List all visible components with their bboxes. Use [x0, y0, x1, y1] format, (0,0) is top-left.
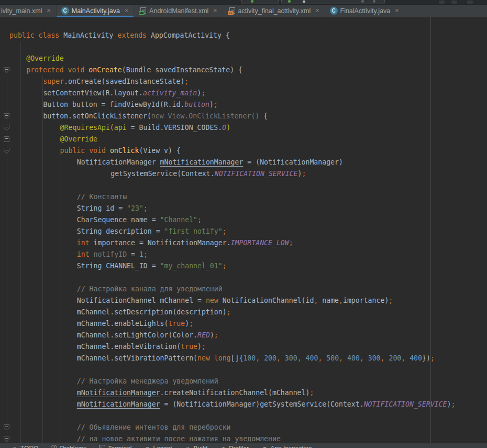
- code-token: MainActivity: [63, 31, 117, 39]
- code-line[interactable]: public class MainActivity extends AppCom…: [0, 30, 487, 41]
- code-line[interactable]: public void onClick(View v) {: [0, 145, 487, 157]
- code-fold-icon[interactable]: [4, 113, 9, 119]
- code-area[interactable]: public class MainActivity extends AppCom…: [0, 18, 487, 443]
- code-token: ): [197, 89, 201, 97]
- editor-tab-activity_final_acttivity.xml[interactable]: <>activity_final_acttivity.xml✕: [223, 4, 325, 17]
- code-line[interactable]: NotificationManager mNotificationManager…: [0, 157, 487, 168]
- code-line[interactable]: Button button = findViewById(R.id.button…: [0, 99, 487, 111]
- code-token: ,: [381, 354, 385, 362]
- code-line[interactable]: protected void onCreate(Bundle savedInst…: [0, 64, 487, 76]
- code-token: .onCreate(savedInstanceState): [64, 78, 184, 85]
- code-token: ;: [197, 216, 202, 224]
- code-line[interactable]: NotificationChannel mChannel = new Notif…: [0, 295, 487, 307]
- tool-window-label: Logcat: [153, 445, 172, 448]
- code-line[interactable]: mNotificationManager = (NotificationMana…: [0, 399, 487, 410]
- code-line[interactable]: String id = "23";: [0, 203, 487, 214]
- close-tab-icon[interactable]: ✕: [394, 8, 399, 14]
- device-selector-widget[interactable]: [281, 0, 385, 4]
- code-line[interactable]: mChannel.setLightColor(Color.RED);: [0, 330, 487, 341]
- tool-window-button-TODO[interactable]: ≡TODO: [12, 445, 38, 448]
- code-fold-icon[interactable]: [4, 125, 9, 130]
- code-line[interactable]: [0, 41, 487, 53]
- code-line[interactable]: String description = "first notify";: [0, 226, 487, 237]
- code-line[interactable]: [0, 18, 487, 30]
- code-line[interactable]: mChannel.enableLights(true);: [0, 318, 487, 330]
- run-icon[interactable]: [288, 0, 291, 3]
- ide-window: ivity_main.xml✕CMainActivity.java✕MFAndr…: [0, 0, 487, 448]
- code-token: @Override: [26, 54, 63, 62]
- tool-window-button-Build[interactable]: ⚒Build: [185, 445, 208, 448]
- code-token: api: [114, 124, 131, 132]
- code-token: RED: [197, 331, 210, 339]
- tool-window-label: Problems: [60, 445, 86, 448]
- toolbar-icon[interactable]: [439, 1, 445, 4]
- code-line[interactable]: mNotificationManager.createNotificationC…: [0, 387, 487, 399]
- code-token: 1: [139, 250, 143, 258]
- code-line[interactable]: [0, 410, 487, 422]
- code-token: 400: [405, 354, 422, 362]
- editor-tab-AndroidManifest.xml[interactable]: MFAndroidManifest.xml✕: [134, 4, 223, 17]
- toolbar-icon[interactable]: [467, 1, 473, 4]
- code-editor[interactable]: public class MainActivity extends AppCom…: [0, 17, 487, 443]
- code-line[interactable]: mChannel.setDescription(description);: [0, 307, 487, 318]
- java-class-icon: C: [61, 7, 69, 15]
- close-tab-icon[interactable]: ✕: [213, 8, 217, 14]
- code-line[interactable]: // Обьявление интентов для переброски: [0, 422, 487, 433]
- code-line[interactable]: getSystemService(Context.NOTIFICATION_SE…: [0, 168, 487, 180]
- code-line[interactable]: CharSequence name = "Channel";: [0, 214, 487, 226]
- toolbar-glyph: [373, 0, 375, 3]
- tab-label: AndroidManifest.xml: [149, 7, 208, 15]
- code-token: extends: [117, 31, 151, 39]
- code-token: NotificationChannel(id: [223, 297, 314, 304]
- editor-tab-MainActivity.java[interactable]: CMainActivity.java✕: [57, 4, 134, 17]
- code-line[interactable]: @RequiresApi(api = Build.VERSION_CODES.O…: [0, 122, 487, 134]
- toolbar-icon[interactable]: [451, 1, 457, 4]
- code-line[interactable]: String CHANNEL_ID = "my_channel_01";: [0, 260, 487, 272]
- code-line[interactable]: // Настройка канала для уведомлений: [0, 283, 487, 295]
- code-token: ,: [276, 354, 281, 362]
- code-token: ;: [302, 170, 306, 178]
- code-token: activity_main: [143, 89, 197, 97]
- code-line[interactable]: setContentView(R.layout.activity_main);: [0, 88, 487, 99]
- code-token: (View v) {: [139, 147, 180, 155]
- code-line[interactable]: [0, 180, 487, 191]
- code-line[interactable]: int notifyID = 1;: [0, 249, 487, 260]
- tool-window-button-Logcat[interactable]: ▤Logcat: [145, 445, 172, 448]
- code-line[interactable]: // Константы: [0, 191, 487, 203]
- code-fold-icon[interactable]: [4, 148, 9, 154]
- code-line[interactable]: // на новое активити после нажатия на ув…: [0, 433, 487, 443]
- editor-tab-FinalActtivity.java[interactable]: CFinalActtivity.java✕: [325, 4, 405, 17]
- close-tab-icon[interactable]: ✕: [47, 8, 51, 14]
- tool-window-button-Profiler[interactable]: ◔Profiler: [220, 445, 249, 448]
- code-line[interactable]: mChannel.enableVibration(true);: [0, 341, 487, 353]
- code-line[interactable]: super.onCreate(savedInstanceState);: [0, 76, 487, 88]
- problems-icon: !: [51, 445, 57, 448]
- code-token: public void: [60, 147, 110, 155]
- code-line[interactable]: @Override: [0, 134, 487, 145]
- code-token: ;: [214, 331, 218, 339]
- code-line[interactable]: @Override: [0, 53, 487, 64]
- code-token: ;: [189, 320, 193, 327]
- editor-tab-ivity_main.xml[interactable]: ivity_main.xml✕: [0, 4, 57, 17]
- code-fold-icon[interactable]: [4, 67, 9, 73]
- close-tab-icon[interactable]: ✕: [315, 8, 319, 14]
- code-line[interactable]: button.setOnClickListener(new View.OnCli…: [0, 111, 487, 122]
- build-icon: ⚒: [185, 445, 191, 448]
- code-token: ;: [451, 400, 455, 408]
- code-line[interactable]: mChannel.setVibrationPattern(new long[]{…: [0, 353, 487, 364]
- run-configuration-widget[interactable]: [241, 0, 279, 4]
- code-fold-icon[interactable]: [4, 424, 9, 430]
- code-fold-icon[interactable]: [4, 136, 9, 142]
- tool-window-button-App Inspection[interactable]: ▣App Inspection: [261, 445, 312, 448]
- code-token: ,: [297, 354, 302, 362]
- tool-window-button-Problems[interactable]: !Problems: [51, 445, 86, 448]
- code-line[interactable]: int importance = NotificationManager.IMP…: [0, 237, 487, 249]
- code-line[interactable]: // Настройка менеджера уведомлений: [0, 376, 487, 387]
- code-fold-icon[interactable]: [4, 436, 9, 442]
- code-line[interactable]: [0, 364, 487, 376]
- code-line[interactable]: [0, 272, 487, 283]
- tool-window-button-Terminal[interactable]: >_Terminal: [99, 445, 131, 448]
- close-tab-icon[interactable]: ✕: [124, 8, 129, 14]
- run-icon[interactable]: [251, 0, 253, 3]
- code-token: String id =: [77, 204, 127, 212]
